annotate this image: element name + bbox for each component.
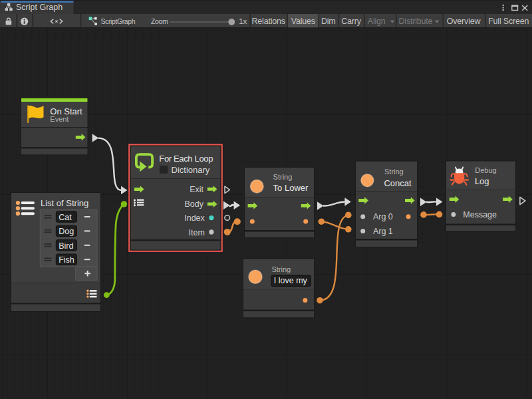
svg-text:Align: Align [368, 17, 386, 26]
svg-text:Overview: Overview [447, 17, 481, 26]
svg-text:For Each Loop: For Each Loop [159, 154, 213, 164]
svg-text:Full Screen: Full Screen [488, 17, 529, 26]
svg-text:1x: 1x [239, 17, 247, 25]
svg-text:ScriptGraph: ScriptGraph [101, 17, 136, 25]
svg-text:String: String [271, 265, 291, 273]
svg-text:Zoom: Zoom [151, 17, 168, 25]
svg-text:Dictionary: Dictionary [172, 165, 210, 175]
svg-text:Carry: Carry [341, 17, 362, 26]
svg-text:I love my: I love my [274, 276, 308, 285]
svg-text:Index: Index [184, 213, 205, 223]
svg-text:Event: Event [50, 115, 68, 123]
svg-text:List of String: List of String [41, 198, 88, 208]
svg-text:Dim: Dim [321, 17, 336, 26]
svg-text:Log: Log [475, 176, 489, 186]
svg-text:Relations: Relations [252, 17, 285, 26]
svg-text:Concat: Concat [384, 178, 412, 188]
svg-text:Distribute: Distribute [399, 17, 433, 26]
svg-text:Values: Values [291, 17, 315, 26]
svg-text:Bird: Bird [59, 241, 73, 251]
svg-text:Dog: Dog [59, 227, 74, 236]
svg-text:To Lower: To Lower [273, 183, 309, 193]
svg-text:Exit: Exit [190, 185, 203, 194]
svg-text:Debug: Debug [475, 166, 496, 174]
svg-text:Fish: Fish [59, 255, 74, 265]
svg-text:Script Graph: Script Graph [16, 3, 63, 12]
svg-text:String: String [273, 173, 293, 181]
svg-text:Body: Body [185, 200, 204, 209]
svg-text:Arg 0: Arg 0 [373, 212, 393, 221]
svg-text:Arg 1: Arg 1 [373, 227, 393, 236]
svg-text:Cat: Cat [59, 213, 72, 222]
svg-text:Message: Message [463, 210, 497, 219]
svg-text:Item: Item [188, 228, 204, 237]
svg-text:String: String [384, 168, 404, 176]
